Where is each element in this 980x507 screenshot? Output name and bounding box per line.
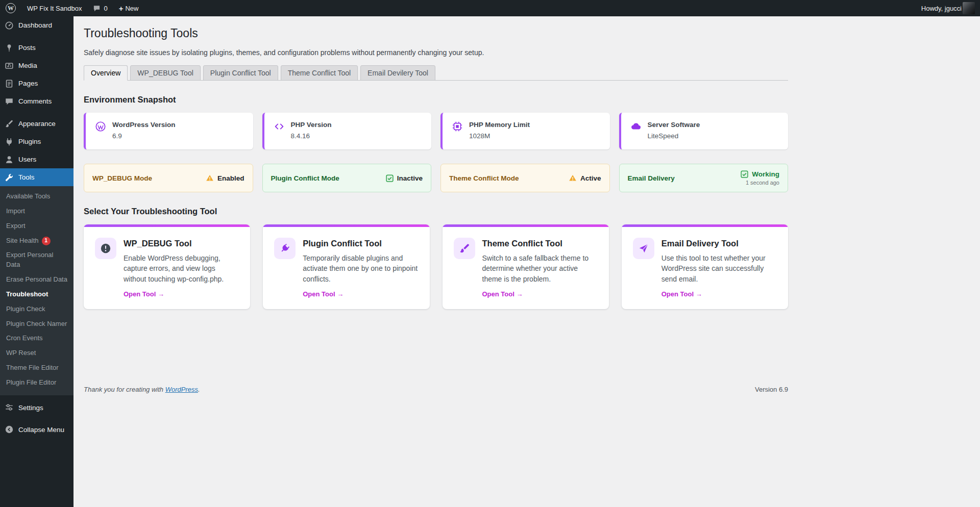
admin-sidebar: Dashboard Posts Media Pages Comments App…	[0, 16, 74, 507]
document-icon	[4, 79, 14, 88]
sidebar-subitem-cron-events[interactable]: Cron Events	[0, 331, 74, 346]
status-card-plugin-conflict-mode: Plugin Conflict Mode Inactive	[262, 164, 432, 192]
main-content: Troubleshooting Tools Safely diagnose si…	[74, 0, 980, 507]
sidebar-item-settings[interactable]: Settings	[0, 399, 74, 417]
sidebar-subitem-wp-reset[interactable]: WP Reset	[0, 346, 74, 361]
sidebar-item-label: Plugins	[18, 138, 41, 145]
tab-wp-debug-tool[interactable]: WP_DEBUG Tool	[130, 65, 200, 81]
menu-separator	[0, 34, 74, 39]
new-label: New	[125, 5, 138, 12]
sidebar-item-posts[interactable]: Posts	[0, 39, 74, 57]
env-card-php-version: PHP Version 8.4.16	[262, 113, 432, 149]
tab-email-delivery-tool[interactable]: Email Devilery Tool	[360, 65, 435, 81]
env-card-wordpress-version: WordPress Version 6.9	[84, 113, 253, 149]
sidebar-subitem-theme-file-editor[interactable]: Theme File Editor	[0, 361, 74, 375]
sidebar-item-label: Appearance	[18, 120, 56, 128]
env-card-label: Server Software	[648, 121, 700, 129]
sidebar-item-users[interactable]: Users	[0, 150, 74, 168]
cloud-icon	[630, 121, 642, 132]
pushpin-icon	[4, 43, 14, 53]
tab-plugin-conflict-tool[interactable]: Plugin Conflict Tool	[203, 65, 278, 81]
page-title: Troubleshooting Tools	[84, 27, 788, 40]
status-label: Theme Conflict Mode	[449, 174, 519, 182]
sidebar-subitem-export-personal-data[interactable]: Export Personal Data	[0, 248, 74, 272]
media-icon	[4, 61, 14, 70]
comment-bubble-icon	[93, 5, 101, 12]
sidebar-subitem-plugin-file-editor[interactable]: Plugin File Editor	[0, 375, 74, 390]
tab-theme-conflict-tool[interactable]: Theme Conflict Tool	[281, 65, 358, 81]
wordpress-link[interactable]: WordPress	[165, 386, 198, 393]
sidebar-item-label: Comments	[18, 97, 52, 105]
collapse-menu-button[interactable]: Collapse Menu	[0, 421, 74, 439]
status-cards: WP_DEBUG Mode Enabled Plugin Conflict Mo…	[84, 164, 788, 192]
sidebar-item-dashboard[interactable]: Dashboard	[0, 16, 74, 34]
speech-bubble-icon	[4, 96, 14, 106]
collapse-arrow-icon	[4, 425, 14, 435]
warning-icon	[569, 174, 577, 182]
tab-bar: Overview WP_DEBUG Tool Plugin Conflict T…	[84, 65, 788, 81]
plus-icon: +	[119, 5, 124, 12]
sidebar-item-comments[interactable]: Comments	[0, 92, 74, 110]
sidebar-item-appearance[interactable]: Appearance	[0, 115, 74, 133]
sidebar-item-tools[interactable]: Tools	[0, 168, 74, 186]
sidebar-item-pages[interactable]: Pages	[0, 74, 74, 92]
tool-card-email-delivery: Email Delivery Tool Use this tool to tes…	[622, 224, 788, 309]
status-state-text: Enabled	[217, 174, 244, 182]
sidebar-item-label: Posts	[18, 44, 36, 52]
sidebar-item-label: Dashboard	[18, 21, 52, 29]
open-tool-link-theme-conflict[interactable]: Open Tool →	[482, 290, 523, 298]
status-label: Email Delivery	[628, 174, 675, 182]
send-email-icon	[633, 238, 654, 259]
env-card-label: PHP Memory Limit	[469, 121, 530, 129]
sidebar-subitem-export[interactable]: Export	[0, 219, 74, 234]
sidebar-subitem-import[interactable]: Import	[0, 204, 74, 219]
sidebar-item-label: Collapse Menu	[18, 426, 64, 434]
comment-count: 0	[104, 5, 107, 12]
sidebar-item-label: Settings	[18, 404, 43, 412]
tool-card-description: Switch to a safe fallback theme to deter…	[482, 253, 598, 284]
status-timestamp: 1 second ago	[746, 180, 779, 186]
sidebar-subitem-available-tools[interactable]: Available Tools	[0, 189, 74, 204]
footer-version: Version 6.9	[755, 386, 788, 393]
subitem-label: Site Health	[6, 237, 39, 244]
status-card-email-delivery: Email Delivery Working 1 second ago	[619, 164, 789, 192]
env-card-value: 6.9	[112, 132, 176, 140]
status-card-wp-debug-mode: WP_DEBUG Mode Enabled	[84, 164, 253, 192]
new-content-menu[interactable]: + New	[113, 0, 144, 16]
sidebar-subitem-site-health[interactable]: Site Health1	[0, 234, 74, 248]
sidebar-item-label: Users	[18, 156, 36, 163]
sidebar-subitem-troubleshoot[interactable]: Troubleshoot	[0, 287, 74, 302]
tool-cards: WP_DEBUG Tool Enable WordPress debugging…	[84, 224, 788, 309]
site-name-link[interactable]: WP Fix It Sandbox	[21, 0, 87, 16]
open-tool-link-wp-debug[interactable]: Open Tool →	[124, 290, 164, 298]
sidebar-subitem-plugin-check-namer[interactable]: Plugin Check Namer	[0, 317, 74, 332]
status-state-text: Inactive	[397, 174, 423, 182]
open-tool-link-email-delivery[interactable]: Open Tool →	[662, 290, 702, 298]
comments-shortcut[interactable]: 0	[87, 0, 113, 16]
plug-icon	[274, 238, 296, 259]
warning-icon	[206, 174, 214, 182]
code-brackets-icon	[274, 121, 285, 132]
open-tool-link-plugin-conflict[interactable]: Open Tool →	[303, 290, 344, 298]
status-label: Plugin Conflict Mode	[271, 174, 339, 182]
check-square-icon	[741, 170, 748, 178]
sidebar-subitem-erase-personal-data[interactable]: Erase Personal Data	[0, 272, 74, 287]
tab-overview[interactable]: Overview	[84, 65, 128, 81]
tool-card-plugin-conflict: Plugin Conflict Tool Temporarily disable…	[263, 224, 429, 309]
sidebar-item-media[interactable]: Media	[0, 57, 74, 74]
person-icon	[4, 155, 14, 164]
env-card-value: LiteSpeed	[648, 132, 700, 140]
tool-card-title: Theme Conflict Tool	[482, 239, 598, 248]
paintbrush-icon	[4, 119, 14, 129]
user-menu[interactable]	[962, 0, 980, 16]
howdy-link[interactable]: Howdy, jgucci	[916, 0, 962, 16]
sidebar-subitem-plugin-check[interactable]: Plugin Check	[0, 302, 74, 317]
wordpress-ring-icon	[95, 121, 106, 132]
sidebar-item-plugins[interactable]: Plugins	[0, 133, 74, 150]
sidebar-item-label: Tools	[18, 173, 35, 181]
check-square-icon	[386, 174, 394, 182]
status-state-text: Working	[752, 170, 779, 178]
status-state-text: Active	[580, 174, 601, 182]
env-card-server-software: Server Software LiteSpeed	[619, 113, 789, 149]
wp-logo-menu[interactable]: W	[0, 0, 21, 16]
